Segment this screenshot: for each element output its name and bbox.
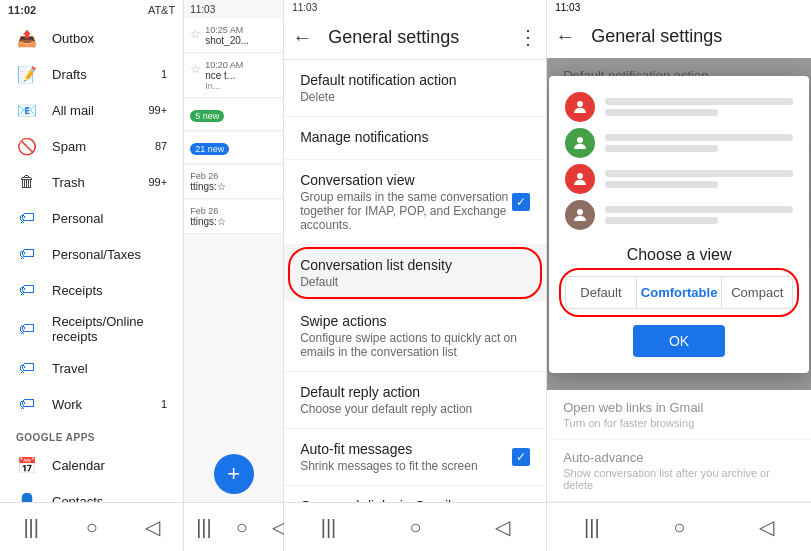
email-preview-item-6[interactable]: Feb 26 ttings:☆ (184, 200, 283, 234)
modal-option-comfortable[interactable]: Comfortable (637, 277, 723, 308)
sidebar-item-allmail[interactable]: 📧 All mail 99+ (0, 92, 183, 128)
status-carrier: AT&T (148, 4, 175, 16)
status-time-1: 11:02 (8, 4, 36, 16)
compose-fab[interactable]: + (214, 454, 254, 494)
nav-home-1[interactable]: ○ (74, 512, 110, 543)
sidebar-item-drafts[interactable]: 📝 Drafts 1 (0, 56, 183, 92)
row-sub-notification: Delete (300, 90, 530, 104)
row-sub-conv-density: Default (300, 275, 530, 289)
choose-view-dialog: Choose a view Default Comfortable Compac… (549, 76, 809, 373)
receipts-icon: 🏷 (16, 279, 38, 301)
avatar-line-1a (605, 98, 793, 105)
sidebar-badge-allmail: 99+ (149, 104, 168, 116)
dialog-settings-header: ← General settings (547, 15, 811, 58)
email-preview-item-4[interactable]: 21 new (184, 132, 283, 164)
dialog-panel: 11:03 ← General settings Default notific… (547, 0, 811, 551)
sidebar-item-outbox[interactable]: 📤 Outbox (0, 20, 183, 56)
sidebar-item-personal[interactable]: 🏷 Personal (0, 200, 183, 236)
modal-ok-container: OK (565, 325, 793, 357)
star-icon-1: ☆ (190, 27, 201, 41)
ep-subject-6: ttings:☆ (190, 216, 277, 227)
outbox-icon: 📤 (16, 27, 38, 49)
avatar-3 (565, 164, 595, 194)
email-badge-3: 5 new (190, 110, 224, 122)
settings-back-icon[interactable]: ← (292, 26, 312, 49)
row-sub-autofit: Shrink messages to fit the screen (300, 459, 530, 473)
avatar-line-2a (605, 134, 793, 141)
nav-menu-s[interactable]: ||| (309, 512, 349, 543)
sidebar-panel: 11:02 AT&T 📤 Outbox 📝 Drafts 1 📧 All mai… (0, 0, 184, 551)
work-icon: 🏷 (16, 393, 38, 415)
nav-menu-1[interactable]: ||| (11, 512, 51, 543)
email-preview-item-1[interactable]: ☆ 10:25 AM shot_20... (184, 19, 283, 53)
nav-menu-d[interactable]: ||| (572, 512, 612, 543)
nav-home-ep[interactable]: ○ (224, 512, 260, 543)
receipts-online-icon: 🏷 (16, 318, 38, 340)
modal-option-compact[interactable]: Compact (722, 277, 792, 308)
dialog-back-icon[interactable]: ← (555, 25, 575, 48)
settings-row-conversation-view[interactable]: Conversation view Group emails in the sa… (284, 160, 546, 245)
email-preview-item-5[interactable]: Feb 26 ttings:☆ (184, 165, 283, 199)
sidebar-item-calendar[interactable]: 📅 Calendar (0, 447, 183, 483)
conv-view-checkbox[interactable]: ✓ (512, 193, 530, 211)
nav-menu-ep[interactable]: ||| (184, 512, 224, 543)
avatar-2 (565, 128, 595, 158)
bottom-nav-dialog: ||| ○ ◁ (547, 502, 811, 551)
ep-subject-5: ttings:☆ (190, 181, 277, 192)
sidebar-badge-drafts: 1 (161, 68, 167, 80)
ep-subject-2: nce t... (205, 70, 277, 81)
sidebar-label-outbox: Outbox (52, 31, 167, 46)
bottom-nav-settings: ||| ○ ◁ (284, 502, 546, 551)
sidebar-item-receipts-online[interactable]: 🏷 Receipts/Online receipts (0, 308, 183, 350)
sidebar-item-work[interactable]: 🏷 Work 1 (0, 386, 183, 422)
sidebar-item-travel[interactable]: 🏷 Travel (0, 350, 183, 386)
sidebar-item-trash[interactable]: 🗑 Trash 99+ (0, 164, 183, 200)
dialog-row-sub-autoadvance: Show conversation list after you archive… (563, 467, 795, 491)
nav-back-s[interactable]: ◁ (483, 511, 522, 543)
nav-home-s[interactable]: ○ (397, 512, 433, 543)
modal-option-default[interactable]: Default (566, 277, 637, 308)
email-preview-status: 11:03 (184, 0, 283, 19)
avatar-lines-3 (605, 170, 793, 188)
autofit-checkbox[interactable]: ✓ (512, 448, 530, 466)
svg-point-0 (577, 101, 583, 107)
email-preview-item-2[interactable]: ☆ 10:20 AM nce t... In... (184, 54, 283, 98)
nav-back-1[interactable]: ◁ (133, 511, 172, 543)
settings-row-swipe[interactable]: Swipe actions Configure swipe actions to… (284, 301, 546, 372)
row-title-conv-density: Conversation list density (300, 257, 530, 273)
settings-row-weblinks[interactable]: Open web links in Gmail Turn on for fast… (284, 486, 546, 502)
modal-avatars-list (565, 92, 793, 230)
ep-subject-1: shot_20... (205, 35, 277, 46)
ep-time-5: Feb 26 (190, 171, 277, 181)
settings-content: Default notification action Delete Manag… (284, 60, 546, 502)
sidebar-label-calendar: Calendar (52, 458, 167, 473)
bottom-nav-email-preview: ||| ○ ◁ (184, 502, 283, 551)
sidebar-label-allmail: All mail (52, 103, 145, 118)
settings-row-autofit[interactable]: Auto-fit messages Shrink messages to fit… (284, 429, 546, 486)
personal-icon: 🏷 (16, 207, 38, 229)
travel-icon: 🏷 (16, 357, 38, 379)
trash-icon: 🗑 (16, 171, 38, 193)
settings-row-default-reply[interactable]: Default reply action Choose your default… (284, 372, 546, 429)
sidebar-item-personaltaxes[interactable]: 🏷 Personal/Taxes (0, 236, 183, 272)
settings-header: ← General settings ⋮ (284, 15, 546, 60)
modal-title: Choose a view (565, 246, 793, 264)
sidebar-item-contacts[interactable]: 👤 Contacts (0, 483, 183, 502)
avatar-1 (565, 92, 595, 122)
sidebar-badge-work: 1 (161, 398, 167, 410)
nav-home-d[interactable]: ○ (661, 512, 697, 543)
sidebar-item-spam[interactable]: 🚫 Spam 87 (0, 128, 183, 164)
nav-back-d[interactable]: ◁ (747, 511, 786, 543)
svg-point-3 (577, 209, 583, 215)
sidebar-badge-trash: 99+ (149, 176, 168, 188)
modal-ok-button[interactable]: OK (633, 325, 725, 357)
settings-row-conv-density[interactable]: Conversation list density Default (284, 245, 546, 301)
row-title-weblinks: Open web links in Gmail (300, 498, 530, 502)
settings-more-icon[interactable]: ⋮ (518, 25, 538, 49)
settings-status-bar: 11:03 (284, 0, 546, 15)
settings-row-notification[interactable]: Default notification action Delete (284, 60, 546, 117)
sidebar-item-receipts[interactable]: 🏷 Receipts (0, 272, 183, 308)
email-preview-item-3[interactable]: 5 new (184, 99, 283, 131)
modal-avatar-row-3 (565, 164, 793, 194)
settings-row-manage-notifications[interactable]: Manage notifications (284, 117, 546, 160)
